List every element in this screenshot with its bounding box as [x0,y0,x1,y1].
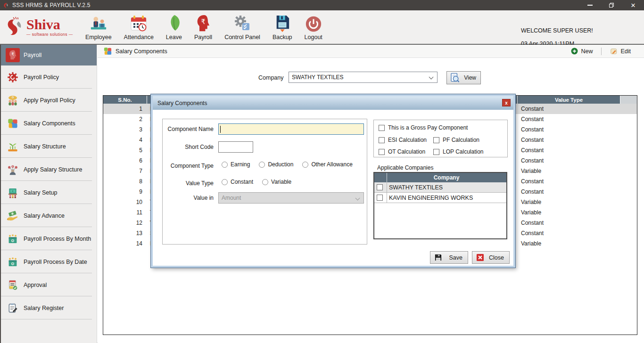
save-button-label: Save [449,254,463,261]
esi-calculation-checkbox[interactable]: ESI Calculation [379,137,427,143]
restore-button[interactable] [601,0,622,10]
radio-other-allowance[interactable]: Other Allowance [302,161,352,168]
value-in-label: Value in [163,195,214,201]
company-dropdown[interactable]: SWATHY TEXTILES [289,72,438,83]
sidebar-item-label: Apply Salary Structure [24,166,82,173]
page-header: Salary Components New Edit [98,45,644,58]
toolbar-item-employee[interactable]: Employee [79,11,118,44]
backup-icon [274,14,290,33]
logout-icon [305,14,322,33]
sidebar-item-salary-register[interactable]: Salary Register [1,296,97,319]
cell-value-type: Constant [518,126,620,133]
cell-value-type: Constant [518,230,620,237]
column-header-sno[interactable]: S.No. [103,96,147,104]
chevron-down-icon [429,75,434,80]
radio-icon [222,162,228,168]
edit-button[interactable]: Edit [606,46,635,57]
radio-icon [222,179,228,185]
lop-calculation-checkbox[interactable]: LOP Calculation [433,148,484,155]
sidebar-item-label: Approval [24,282,47,288]
value-in-value: Amount [222,195,241,201]
chevron-down-icon [355,196,360,201]
component-name-input[interactable] [218,123,364,135]
sidebar-item-label: Payroll Process By Date [24,259,87,265]
cell-value-type: Constant [518,106,620,112]
clipboard-pencil-icon [6,301,20,315]
toolbar-item-leave[interactable]: Leave [160,11,188,44]
toolbar-item-logout[interactable]: Logout [298,11,329,44]
svg-text:₹: ₹ [11,52,14,57]
toolbar-item-attendance[interactable]: Attendance [118,11,160,44]
sidebar-item-label: Salary Components [24,120,75,127]
toolbar-item-label: Payroll [194,34,212,41]
salary-components-dialog: Salary Components x Component Name Short… [151,94,515,268]
company-name: KAVIN ENGINEERING WORKS [389,195,473,201]
svg-text:₹: ₹ [12,96,14,98]
short-code-input[interactable] [218,141,253,153]
window-title: SSS HRMS & PAYROLL V.2.5 [12,2,91,8]
radio-variable[interactable]: Variable [262,179,291,185]
company-checkbox[interactable] [377,195,383,201]
sidebar-item-salary-advance[interactable]: Salary Advance [1,204,97,227]
company-row-kavin[interactable]: KAVIN ENGINEERING WORKS [374,193,506,203]
toolbar-item-backup[interactable]: Backup [266,11,298,44]
cell-sno: 4 [103,137,147,143]
radio-constant[interactable]: Constant [222,179,253,185]
cell-value-type: Constant [518,220,620,226]
svg-text:₹: ₹ [201,17,205,25]
applicable-companies-table: Company SWATHY TEXTILES KAVIN ENGINEERIN… [373,172,507,239]
dialog-close-button[interactable]: x [502,99,511,106]
minimize-icon [587,5,593,6]
radio-label: Earning [231,161,250,168]
dialog-title-bar[interactable]: Salary Components x [153,96,513,110]
checkbox-icon [433,149,439,155]
save-button[interactable]: Save [430,251,468,264]
plus-icon [571,48,578,55]
sidebar-item-payroll-policy[interactable]: Payroll Policy [1,65,97,89]
payroll-icon: ₹ [194,14,212,33]
company-dropdown-value: SWATHY TEXTILES [292,74,344,81]
company-row-swathy[interactable]: SWATHY TEXTILES [374,182,506,193]
radio-deduction[interactable]: Deduction [259,161,293,168]
sidebar-item-payroll[interactable]: ₹ Payroll [1,45,97,65]
close-window-icon: ✕ [631,2,636,8]
cell-value-type: Constant [518,116,620,122]
column-header-value-type[interactable]: Value Type [518,96,620,104]
sidebar-item-salary-structure[interactable]: Salary Structure [1,135,97,158]
company-checkbox[interactable] [377,184,383,190]
sidebar-item-payroll-process-date[interactable]: ₹ Payroll Process By Date [1,250,97,273]
close-window-button[interactable]: ✕ [622,0,644,10]
brand-name: Shiva [26,17,73,32]
gross-pay-checkbox[interactable]: This is a Gross Pay Component [379,124,468,131]
view-search-icon [450,73,460,83]
radio-label: Variable [271,179,291,185]
sidebar-item-salary-components[interactable]: Salary Components [1,112,97,135]
column-header-tail [620,96,637,104]
value-in-dropdown[interactable]: Amount [218,192,364,204]
payroll-policy-gear-icon [6,70,20,84]
toolbar-item-payroll[interactable]: ₹ Payroll [188,11,218,44]
cell-value-type: Constant [518,157,620,164]
sidebar-item-apply-payroll-policy[interactable]: ₹ Apply Payroll Policy [1,89,97,112]
payroll-head-icon: ₹ [6,48,20,62]
radio-label: Constant [231,179,253,185]
page-title: Salary Components [116,48,167,55]
view-button[interactable]: View [446,71,481,84]
radio-earning[interactable]: Earning [222,161,250,168]
cell-sno: 11 [103,209,147,216]
toolbar-item-control-panel[interactable]: Control Panel [218,11,266,44]
app-window: SSS HRMS & PAYROLL V.2.5 ✕ Shiva — softw… [0,0,644,343]
pf-calculation-checkbox[interactable]: PF Calculation [433,137,479,143]
cell-sno: 14 [103,240,147,247]
sidebar-item-approval[interactable]: Approval [1,273,97,296]
radio-label: Deduction [268,161,293,168]
sidebar-item-label: Salary Structure [24,143,66,150]
ot-calculation-checkbox[interactable]: OT Calculation [379,148,425,155]
toolbar-item-label: Attendance [124,34,154,41]
new-button[interactable]: New [567,46,596,56]
close-button[interactable]: Close [472,251,510,264]
sidebar-item-apply-salary-structure[interactable]: ₹ Apply Salary Structure [1,158,97,181]
sidebar-item-payroll-process-month[interactable]: ₹ Payroll Process By Month [1,227,97,250]
sidebar-item-salary-setup[interactable]: ₹ Salary Setup [1,181,97,204]
minimize-button[interactable] [579,0,601,10]
